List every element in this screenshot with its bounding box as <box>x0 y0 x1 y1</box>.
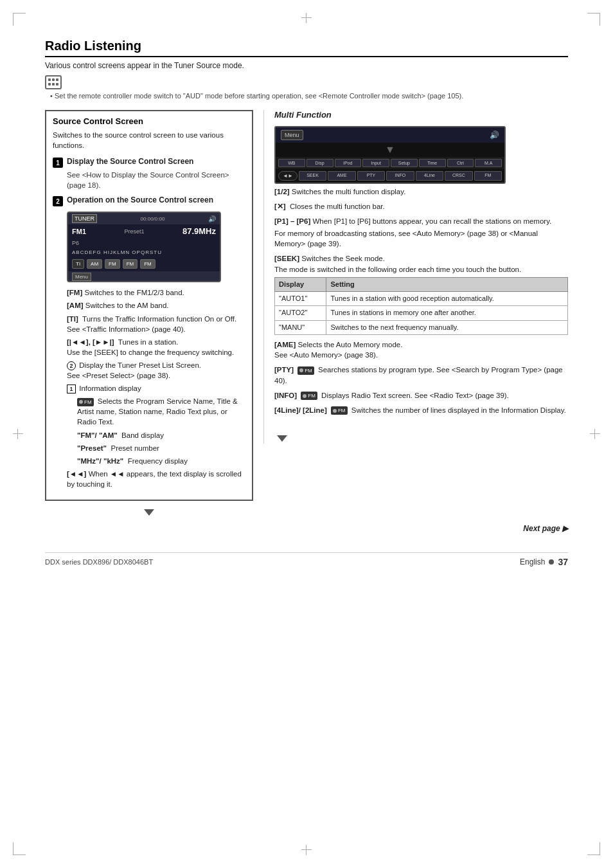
mf-btn-wb[interactable]: WB <box>278 159 305 167</box>
screen-time: 00:00/0:00 <box>141 216 165 222</box>
screen-top-left: TUNER <box>72 214 97 223</box>
item2-header: 2 Operation on the Source Control screen <box>53 195 245 206</box>
mf-bottom-btns: SEEK AME PTY INFO 4Line CRSC FM <box>299 171 502 181</box>
info-fm-label: FM <box>308 392 315 399</box>
down-arrow-indicator <box>45 509 253 518</box>
rc-key-x: [✕] <box>274 203 286 210</box>
footer-page: English 37 <box>520 557 568 567</box>
screen-btn-fm1[interactable]: FM <box>105 259 120 269</box>
op-ti-key: [TI] <box>67 315 78 323</box>
item2-badge: 2 <box>53 196 63 206</box>
screen-fm-label: FM1 <box>72 228 86 235</box>
mf-speaker-icon: 🔊 <box>490 131 499 140</box>
mf-menu-btn[interactable]: Menu <box>281 130 303 140</box>
pty-fm-label: FM <box>305 367 312 374</box>
tuner-icon: TUNER <box>72 214 97 223</box>
fm-dot <box>79 400 83 404</box>
mf-seek-icon[interactable]: ◄► <box>278 171 298 181</box>
page-title: Radio Listening <box>45 39 568 57</box>
rc-key-12: [1/2] <box>274 188 290 195</box>
screen-menu-label[interactable]: Menu <box>72 273 91 281</box>
page-container: Radio Listening Various control screens … <box>0 0 613 868</box>
op-indent-group: FM Selects the Program Service Name, Tit… <box>77 396 245 466</box>
mf-btn-fm[interactable]: FM <box>474 171 502 181</box>
seek-row-auto1: "AUTO1" Tunes in a station with good rec… <box>275 292 568 306</box>
mf-btn-ame[interactable]: AME <box>328 171 355 181</box>
screen-freq: 87.9MHz <box>182 226 216 236</box>
item1-badge: 1 <box>53 158 63 168</box>
item1-desc: See <How to Display the Source Control S… <box>67 170 245 190</box>
footer-page-num: 37 <box>558 557 568 567</box>
mf-bottom-row: ◄► SEEK AME PTY INFO 4Line CRSC FM <box>276 169 504 183</box>
op-am: [AM] Switches to the AM band. <box>67 300 245 311</box>
op-fm-key: [FM] <box>67 289 82 296</box>
screen-p6-row: P6 <box>68 238 220 248</box>
mf-btn-pty[interactable]: PTY <box>357 171 385 181</box>
source-control-box: Source Control Screen Switches to the so… <box>45 110 253 501</box>
rc-item-x: [✕] Closes the multi function bar. <box>274 201 568 212</box>
op-scroll-key: [◄◄] <box>67 470 86 478</box>
page-footer: DDX series DDX896/ DDX8046BT English 37 <box>45 552 568 567</box>
left-column: Source Control Screen Switches to the so… <box>45 110 263 518</box>
operation-list: [FM] Switches to the FM1/2/3 band. [AM] … <box>67 287 245 489</box>
screen-buttons-row: TI AM FM FM FM <box>68 257 220 271</box>
op-ti: [TI] Turns the Traffic Information funct… <box>67 314 245 334</box>
info-dot <box>303 394 306 398</box>
source-control-title: Source Control Screen <box>53 116 245 126</box>
rc-item-ame: [AME] Selects the Auto Memory mode.See <… <box>274 339 568 360</box>
tuner-screen-image: TUNER 00:00/0:00 🔊 FM1 Preset1 87.9MHz P… <box>67 212 221 282</box>
seek-display-manu: "MANU" <box>275 320 326 334</box>
mf-btn-info[interactable]: INFO <box>386 171 414 181</box>
rc-key-info: [INFO] <box>274 392 297 399</box>
item2-title: Operation on the Source Control screen <box>67 195 213 204</box>
mf-btn-4line[interactable]: 4Line <box>416 171 443 181</box>
screen-btn-fm3[interactable]: FM <box>140 259 155 269</box>
screen-menu-bar: Menu <box>68 271 220 282</box>
screen-top-bar: TUNER 00:00/0:00 🔊 <box>68 213 220 224</box>
main-columns: Source Control Screen Switches to the so… <box>45 110 568 518</box>
remote-dot <box>52 78 55 81</box>
op-freq-unit: "MHz"/ "kHz" Frequency display <box>77 456 245 466</box>
op-am-key: [AM] <box>67 302 84 309</box>
mf-btn-ctrl[interactable]: Ctrl <box>447 159 474 167</box>
rc-key-pty: [PTY] <box>274 366 294 374</box>
page-title-section: Radio Listening Various control screens … <box>45 39 568 70</box>
seek-setting-manu: Switches to the next frequency manually. <box>326 320 568 334</box>
footer-lang: English <box>520 557 545 566</box>
item2: 2 Operation on the Source Control screen… <box>53 195 245 489</box>
op-circle2: 2 Display the Tuner Preset List Screen. … <box>67 360 245 381</box>
seek-row-manu: "MANU" Switches to the next frequency ma… <box>275 320 568 334</box>
seek-setting-auto1: Tunes in a station with good reception a… <box>326 292 568 306</box>
mf-btn-disp[interactable]: Disp <box>306 159 333 167</box>
rc-key-seek: [SEEK] <box>274 255 299 262</box>
mf-btn-time[interactable]: Time <box>419 159 446 167</box>
op-fm-am-band: "FM"/ "AM" Band display <box>77 430 245 440</box>
mf-btn-ipod[interactable]: iPod <box>335 159 362 167</box>
op-seek-key: [|◄◄], [►►|] <box>67 338 114 346</box>
mf-arrow-down: ▼ <box>276 143 504 157</box>
seek-table-header-setting: Setting <box>326 277 568 291</box>
remote-icon-area <box>45 75 568 89</box>
screen-preset: Preset1 <box>124 228 144 235</box>
mf-btn-ma[interactable]: M.A <box>475 159 502 167</box>
mf-btn-setup[interactable]: Setup <box>391 159 418 167</box>
screen-btn-ti[interactable]: TI <box>72 259 84 269</box>
screen-btn-am[interactable]: AM <box>87 259 102 269</box>
screen-btn-fm2[interactable]: FM <box>123 259 138 269</box>
page-subtitle: Various control screens appear in the Tu… <box>45 61 568 70</box>
mf-btn-input[interactable]: Input <box>362 159 389 167</box>
fm-label-sm: FM <box>84 399 92 406</box>
down-arrow-icon <box>144 509 154 516</box>
screen-icon-right: 🔊 <box>208 215 216 222</box>
rc-item-p1p6: [P1] – [P6] When [P1] to [P6] buttons ap… <box>274 216 568 249</box>
mf-btn-crsc[interactable]: CRSC <box>445 171 472 181</box>
rc-key-p1p6: [P1] – [P6] <box>274 217 310 225</box>
seek-display-auto1: "AUTO1" <box>275 292 326 306</box>
mf-btn-seek[interactable]: SEEK <box>299 171 326 181</box>
item1-title: Display the Source Control Screen <box>67 157 193 166</box>
remote-dot <box>48 78 51 81</box>
op-preset-key: "Preset" <box>77 444 107 452</box>
op-fm-badge: FM Selects the Program Service Name, Tit… <box>77 396 245 427</box>
op-ti-ref: See <Traffic Information> (page 40). <box>67 325 186 333</box>
next-page-text: Next page ▶ <box>523 524 568 533</box>
